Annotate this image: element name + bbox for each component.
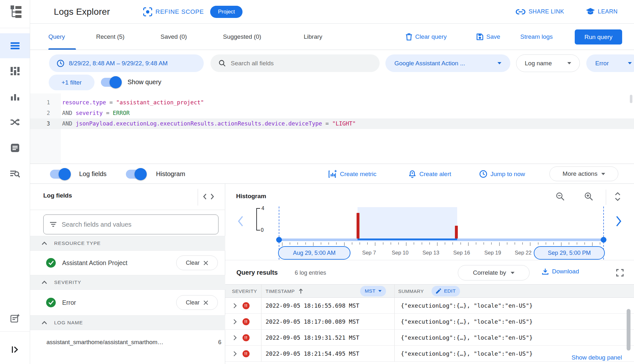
tab-recent[interactable]: Recent (5) (96, 24, 125, 50)
expand-panel-icon (11, 346, 19, 353)
sidebar (0, 0, 30, 364)
chevron-down-icon (567, 62, 571, 64)
section-severity[interactable]: SEVERITY (30, 275, 225, 290)
time-range-chip[interactable]: 8/29/22, 8:48 AM – 9/29/22, 9:48 AM (49, 54, 204, 72)
cloud-logging-logo-icon[interactable] (8, 5, 22, 19)
histogram-selection-region[interactable] (358, 207, 457, 239)
results-scrollbar[interactable] (627, 309, 630, 351)
collapse-histogram-button[interactable] (615, 192, 621, 201)
sidebar-item-dashboard[interactable] (9, 65, 21, 77)
show-query-label: Show query (128, 78, 161, 86)
collapse-panel-icon[interactable] (203, 193, 214, 200)
expand-row-chevron-icon[interactable] (233, 319, 237, 325)
tab-query[interactable]: Query (48, 24, 65, 50)
resource-type-value-row: Assistant Action Project Clear (30, 251, 225, 275)
sidebar-item-router[interactable] (9, 116, 21, 129)
create-metric-button[interactable]: Create metric (328, 164, 376, 184)
search-all-fields-input[interactable] (231, 60, 371, 67)
range-end-pill[interactable]: Sep 29, 5:00 PM (534, 246, 605, 260)
share-link-button[interactable]: SHARE LINK (515, 8, 564, 15)
severity-filter-dropdown[interactable]: Error (586, 54, 634, 72)
column-severity[interactable]: SEVERITY (225, 285, 261, 297)
query-line-3: AND jsonPayload.executionLog.executionRe… (62, 118, 356, 129)
run-query-label: Run query (584, 34, 613, 41)
log-fields-search-box[interactable] (43, 214, 218, 234)
create-metric-label: Create metric (340, 171, 376, 178)
project-scope-badge[interactable]: Project (210, 6, 243, 18)
learn-button[interactable]: LEARN (586, 8, 618, 15)
expand-row-chevron-icon[interactable] (233, 351, 237, 357)
histogram-bar[interactable] (455, 226, 458, 239)
tab-library[interactable]: Library (304, 24, 322, 50)
close-icon (203, 261, 208, 265)
clear-severity-button[interactable]: Clear (176, 295, 218, 310)
refine-scope-button[interactable]: REFINE SCOPE (143, 7, 204, 16)
log-entry-row[interactable]: !! 2022-09-05 18:17:00.089 MST {"executi… (225, 314, 634, 330)
panel-header-border (30, 210, 225, 210)
show-debug-panel-link[interactable]: Show debug panel (569, 354, 622, 361)
correlate-by-dropdown[interactable]: Correlate by (458, 265, 530, 280)
jump-to-now-label: Jump to now (490, 171, 525, 178)
log-fields-search-input[interactable] (62, 221, 212, 228)
editor-scrollbar[interactable] (630, 95, 632, 103)
zoom-out-button[interactable] (556, 192, 565, 201)
sidebar-bottom-divider (0, 331, 30, 332)
clear-resource-type-button[interactable]: Clear (176, 255, 218, 270)
edit-summary-button[interactable]: EDIT (432, 286, 460, 296)
log-name-value-row[interactable]: assistant_smarthome/assistant_smarthom… … (30, 330, 225, 354)
query-editor[interactable]: 1 2 3 resource.type = "assistant_action_… (30, 93, 634, 164)
y-axis-bracket (256, 208, 260, 231)
row-summary: {"executionLog":{…}, "locale":"en-US"} (401, 302, 533, 309)
log-name-filter-dropdown[interactable]: Log name (516, 54, 580, 72)
timezone-dropdown[interactable]: MST (360, 286, 386, 296)
sidebar-item-log-analytics[interactable] (9, 167, 21, 180)
sidebar-expand-button[interactable] (9, 343, 21, 356)
create-alert-button[interactable]: Create alert (408, 164, 451, 184)
page-title: Logs Explorer (54, 7, 110, 17)
zoom-in-button[interactable] (584, 192, 593, 201)
project-badge-label: Project (218, 9, 235, 15)
time-slider-selected-range[interactable] (358, 239, 457, 240)
ai-summary-icon (10, 314, 20, 323)
histogram-prev-button[interactable] (237, 216, 244, 227)
fullscreen-button[interactable] (616, 269, 624, 277)
add-filter-chip[interactable]: +1 filter (49, 75, 95, 90)
histogram-results-panel: Histogram 4 0 Sep 7 Sep 10 (225, 184, 634, 364)
run-query-button[interactable]: Run query (575, 29, 622, 44)
clear-query-button[interactable]: Clear query (406, 24, 447, 50)
slider-handle-end[interactable] (601, 237, 606, 243)
sidebar-item-logs-explorer[interactable] (9, 39, 21, 52)
section-resource-type[interactable]: RESOURCE TYPE (30, 236, 225, 251)
jump-to-now-button[interactable]: Jump to now (479, 164, 525, 184)
stream-logs-button[interactable]: Stream logs (520, 24, 553, 50)
more-actions-dropdown[interactable]: More actions (549, 166, 618, 181)
query-line-2: AND severity = ERROR (62, 108, 130, 118)
search-all-fields-box[interactable] (210, 54, 380, 72)
histogram-next-button[interactable] (615, 216, 622, 227)
section-log-name[interactable]: LOG NAME (30, 315, 225, 330)
log-entry-row[interactable]: !! 2022-09-05 18:16:55.698 MST {"executi… (225, 298, 634, 314)
learn-label: LEARN (598, 8, 618, 15)
sidebar-item-log-summary[interactable] (9, 312, 21, 325)
histogram-toggle[interactable] (126, 170, 146, 179)
sidebar-item-metrics[interactable] (9, 91, 21, 103)
log-entry-row[interactable]: !! 2022-09-05 18:19:31.521 MST {"executi… (225, 330, 634, 346)
histogram-bar[interactable] (357, 213, 359, 239)
expand-row-chevron-icon[interactable] (233, 303, 237, 309)
resource-filter-dropdown[interactable]: Google Assistant Action ... (385, 54, 510, 72)
document-icon (11, 144, 19, 152)
sidebar-item-storage[interactable] (9, 142, 21, 154)
tab-suggested[interactable]: Suggested (0) (223, 24, 261, 50)
save-button[interactable]: Save (476, 24, 500, 50)
section-header-label: SEVERITY (54, 279, 81, 285)
close-icon (203, 300, 208, 305)
log-fields-toggle[interactable] (50, 170, 70, 179)
slider-handle-start[interactable] (276, 237, 282, 243)
column-timestamp[interactable]: TIMESTAMP MST (261, 285, 394, 297)
range-start-pill[interactable]: Aug 29, 5:00 AM (278, 246, 350, 260)
show-query-toggle[interactable] (101, 78, 121, 87)
expand-row-chevron-icon[interactable] (233, 335, 237, 341)
tab-saved[interactable]: Saved (0) (161, 24, 187, 50)
download-icon (542, 268, 549, 275)
download-button[interactable]: Download (542, 268, 579, 275)
